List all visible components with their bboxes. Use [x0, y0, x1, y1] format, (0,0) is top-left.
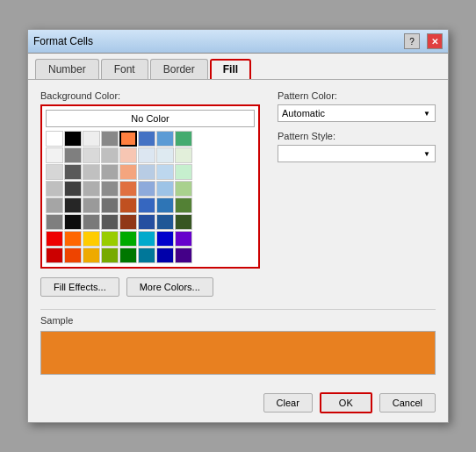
- cancel-button[interactable]: Cancel: [379, 393, 436, 413]
- color-cell[interactable]: [101, 164, 119, 180]
- bg-color-label: Background Color:: [40, 90, 260, 101]
- color-grid: [46, 131, 255, 263]
- color-cell[interactable]: [175, 181, 192, 197]
- title-bar-buttons: ? ✕: [427, 33, 443, 49]
- pattern-style-label: Pattern Style:: [278, 131, 436, 141]
- color-cell[interactable]: [64, 231, 82, 247]
- color-cell[interactable]: [138, 181, 155, 197]
- clear-button[interactable]: Clear: [263, 393, 313, 413]
- color-cell[interactable]: [138, 131, 155, 147]
- pattern-color-select[interactable]: Automatic: [278, 104, 436, 122]
- format-cells-dialog: Format Cells ? ✕ Number Font Border Fill…: [27, 29, 449, 423]
- color-cell[interactable]: [46, 197, 63, 213]
- ok-button[interactable]: OK: [320, 392, 372, 413]
- color-cell[interactable]: [175, 164, 192, 180]
- color-cell[interactable]: [175, 131, 192, 147]
- sample-section: Sample: [40, 309, 436, 375]
- color-cell[interactable]: [138, 147, 155, 163]
- color-cell[interactable]: [46, 181, 63, 197]
- color-cell[interactable]: [119, 248, 137, 263]
- color-cell[interactable]: [64, 214, 82, 230]
- title-bar: Format Cells ? ✕: [28, 30, 448, 54]
- color-cell[interactable]: [64, 181, 82, 197]
- left-column: Background Color: No Color Fill Effects.…: [40, 90, 260, 297]
- color-cell[interactable]: [83, 164, 100, 180]
- color-cell[interactable]: [101, 248, 119, 263]
- color-cell[interactable]: [138, 231, 155, 247]
- color-cell[interactable]: [46, 214, 63, 230]
- color-cell[interactable]: [119, 197, 137, 213]
- bg-color-box: No Color: [40, 104, 260, 269]
- color-cell[interactable]: [156, 181, 174, 197]
- more-colors-button[interactable]: More Colors...: [126, 277, 213, 297]
- pattern-style-select-wrapper: [278, 145, 436, 162]
- color-cell[interactable]: [175, 147, 192, 163]
- color-cell[interactable]: [83, 214, 100, 230]
- color-cell[interactable]: [83, 248, 100, 263]
- color-cell[interactable]: [64, 147, 82, 163]
- color-cell[interactable]: [83, 231, 100, 247]
- color-cell[interactable]: [156, 214, 174, 230]
- color-cell[interactable]: [156, 147, 174, 163]
- color-cell[interactable]: [46, 248, 63, 263]
- color-cell[interactable]: [156, 248, 174, 263]
- color-cell[interactable]: [138, 197, 155, 213]
- color-cell[interactable]: [156, 164, 174, 180]
- footer: Clear OK Cancel: [28, 385, 448, 422]
- color-cell[interactable]: [101, 131, 119, 147]
- color-cell[interactable]: [101, 214, 119, 230]
- fill-effects-button[interactable]: Fill Effects...: [40, 277, 119, 297]
- sample-label: Sample: [40, 315, 436, 326]
- close-button[interactable]: ✕: [427, 33, 443, 49]
- tab-number[interactable]: Number: [35, 59, 99, 79]
- color-cell[interactable]: [119, 164, 137, 180]
- help-button[interactable]: ?: [404, 33, 420, 49]
- pattern-color-label: Pattern Color:: [278, 90, 436, 101]
- color-cell[interactable]: [64, 248, 82, 263]
- color-cell[interactable]: [175, 231, 192, 247]
- tabs-bar: Number Font Border Fill: [28, 54, 448, 80]
- color-cell[interactable]: [138, 248, 155, 263]
- tab-fill[interactable]: Fill: [210, 59, 251, 79]
- tab-border[interactable]: Border: [150, 59, 208, 79]
- color-cell[interactable]: [119, 231, 137, 247]
- color-cell[interactable]: [64, 131, 82, 147]
- color-cell[interactable]: [64, 197, 82, 213]
- color-cell[interactable]: [119, 181, 137, 197]
- color-cell[interactable]: [119, 147, 137, 163]
- no-color-button[interactable]: No Color: [46, 110, 255, 127]
- color-cell[interactable]: [46, 131, 63, 147]
- fill-buttons-row: Fill Effects... More Colors...: [40, 277, 260, 297]
- color-cell[interactable]: [138, 164, 155, 180]
- color-cell[interactable]: [156, 131, 174, 147]
- color-cell[interactable]: [101, 181, 119, 197]
- color-cell[interactable]: [64, 164, 82, 180]
- pattern-style-select[interactable]: [278, 145, 436, 162]
- color-cell[interactable]: [101, 231, 119, 247]
- fill-tab-content: Background Color: No Color Fill Effects.…: [28, 80, 448, 385]
- tab-font[interactable]: Font: [101, 59, 148, 79]
- color-cell[interactable]: [175, 214, 192, 230]
- color-cell[interactable]: [83, 131, 100, 147]
- dialog-title: Format Cells: [33, 35, 93, 47]
- color-cell[interactable]: [101, 147, 119, 163]
- color-cell[interactable]: [175, 197, 192, 213]
- sample-box: [40, 331, 436, 375]
- color-cell[interactable]: [83, 197, 100, 213]
- color-cell[interactable]: [46, 147, 63, 163]
- color-cell[interactable]: [138, 214, 155, 230]
- color-cell[interactable]: [119, 131, 137, 147]
- color-cell[interactable]: [83, 181, 100, 197]
- color-cell[interactable]: [101, 197, 119, 213]
- pattern-color-select-wrapper: Automatic: [278, 104, 436, 122]
- color-cell[interactable]: [119, 214, 137, 230]
- color-cell[interactable]: [46, 231, 63, 247]
- color-cell[interactable]: [156, 197, 174, 213]
- fill-columns: Background Color: No Color Fill Effects.…: [40, 90, 436, 297]
- right-column: Pattern Color: Automatic Pattern Style:: [278, 90, 436, 297]
- color-cell[interactable]: [175, 248, 192, 263]
- color-cell[interactable]: [83, 147, 100, 163]
- color-cell[interactable]: [156, 231, 174, 247]
- color-cell[interactable]: [46, 164, 63, 180]
